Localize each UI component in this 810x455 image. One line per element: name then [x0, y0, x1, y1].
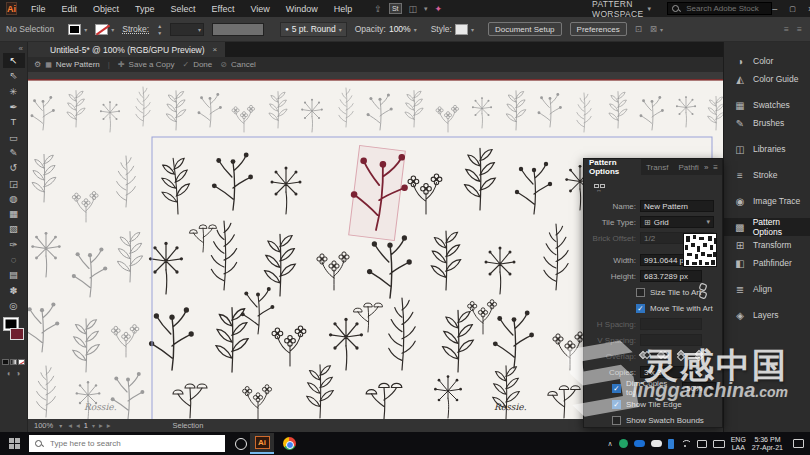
- tool-pen[interactable]: ✒: [3, 99, 25, 114]
- fill-color-swatch[interactable]: [68, 24, 81, 35]
- dim-copies-dropdown[interactable]: 50%: [682, 382, 716, 394]
- cortana-button[interactable]: [235, 438, 247, 450]
- show-tile-edge-checkbox[interactable]: [612, 400, 621, 409]
- cancel-button[interactable]: Cancel: [220, 60, 256, 69]
- chevron-down-icon[interactable]: [111, 26, 114, 33]
- tool-symbol-sprayer[interactable]: ◌: [3, 252, 25, 267]
- artboard-dropdown-icon[interactable]: [92, 422, 95, 429]
- wifi-icon[interactable]: [680, 439, 691, 448]
- show-tile-edge-label[interactable]: Show Tile Edge: [626, 400, 682, 409]
- tool-gradient[interactable]: ▧: [3, 221, 25, 236]
- stroke-panel-link[interactable]: Stroke:: [122, 24, 149, 34]
- opacity-control[interactable]: Opacity: 100%: [355, 24, 417, 34]
- document-tab[interactable]: Untitled-5* @ 100% (RGB/GPU Preview): [28, 42, 225, 57]
- menu-object[interactable]: Object: [85, 4, 127, 14]
- clock[interactable]: 5:36 PM27-Apr-21: [752, 436, 783, 452]
- tool-hand[interactable]: ✽: [3, 282, 25, 297]
- dock-item-brushes[interactable]: ✎Brushes: [724, 114, 810, 132]
- dock-item-swatches[interactable]: ▦Swatches: [724, 96, 810, 114]
- stroke-swatch[interactable]: [10, 328, 24, 340]
- done-button[interactable]: Done: [182, 60, 212, 69]
- menu-select[interactable]: Select: [163, 4, 204, 14]
- tab-pattern-options[interactable]: Pattern Options: [584, 159, 641, 175]
- tab-pathfinder[interactable]: Pathfi: [673, 159, 703, 175]
- document-setup-button[interactable]: Document Setup: [488, 22, 562, 36]
- your-phone-icon[interactable]: [668, 439, 674, 449]
- save-copy-button[interactable]: Save a Copy: [118, 60, 175, 69]
- dock-item-pathfinder[interactable]: ◧Pathfinder: [724, 254, 810, 272]
- language-indicator[interactable]: ENGLAA: [731, 436, 746, 452]
- style-control[interactable]: Style:: [431, 24, 474, 35]
- overlap-right-front-button[interactable]: [658, 351, 670, 361]
- menu-edit[interactable]: Edit: [54, 4, 86, 14]
- tool-mesh[interactable]: ▦: [3, 206, 25, 221]
- copies-dropdown[interactable]: 3 x 3: [640, 366, 702, 378]
- stroke-width-stepper[interactable]: ▲▼: [157, 24, 162, 35]
- action-center-icon[interactable]: [793, 439, 804, 448]
- none-mode-button[interactable]: [18, 359, 25, 365]
- share-icon[interactable]: [374, 4, 382, 14]
- adobe-stock-search-input[interactable]: [684, 3, 772, 14]
- close-tab-icon[interactable]: [213, 45, 218, 54]
- stroke-width-dropdown[interactable]: [170, 23, 204, 36]
- chevron-down-icon[interactable]: [424, 5, 428, 13]
- tool-selection[interactable]: ↖: [3, 53, 25, 68]
- dim-copies-checkbox[interactable]: [612, 384, 621, 393]
- snap-options-icon[interactable]: [650, 24, 657, 34]
- dock-item-pattern-options[interactable]: ▩Pattern Options: [724, 218, 810, 236]
- touchpad-icon[interactable]: [697, 440, 707, 448]
- menu-help[interactable]: Help: [326, 4, 361, 14]
- panel-options-icon[interactable]: [784, 24, 789, 34]
- dock-item-color[interactable]: ◑Color: [724, 52, 810, 70]
- dock-item-color-guide[interactable]: ◭Color Guide: [724, 70, 810, 88]
- previous-artboard-icon[interactable]: [76, 421, 80, 430]
- constrain-proportions-icon[interactable]: [698, 283, 708, 299]
- screen-mode-button[interactable]: ◑: [16, 369, 21, 378]
- arrange-documents-icon[interactable]: [409, 4, 418, 14]
- tool-rectangle[interactable]: ▭: [3, 129, 25, 144]
- taskbar-search-input[interactable]: [48, 438, 208, 449]
- tool-eyedropper[interactable]: ✑: [3, 237, 25, 252]
- list-options-icon[interactable]: [797, 24, 802, 34]
- zoom-level[interactable]: 100%: [34, 421, 53, 430]
- height-input[interactable]: 683.7289 px: [640, 270, 702, 282]
- touch-keyboard-icon[interactable]: [713, 440, 725, 448]
- overlap-left-front-button[interactable]: [640, 351, 652, 361]
- menu-effect[interactable]: Effect: [204, 4, 243, 14]
- tool-type[interactable]: T: [3, 114, 25, 129]
- tray-app-green-icon[interactable]: [619, 439, 628, 448]
- draw-mode-button[interactable]: ◐: [7, 369, 12, 378]
- dock-item-libraries[interactable]: ◫Libraries: [724, 140, 810, 158]
- taskbar-illustrator-icon[interactable]: Ai: [250, 433, 274, 454]
- size-tile-label[interactable]: Size Tile to Art: [650, 288, 701, 297]
- workspace-switcher[interactable]: PATTERN WORSPACE: [592, 0, 651, 19]
- adobe-stock-search[interactable]: [667, 2, 772, 15]
- taskbar-chrome-icon[interactable]: [277, 433, 301, 454]
- dock-item-stroke[interactable]: ≡Stroke: [724, 166, 810, 184]
- minimize-button[interactable]: [772, 4, 777, 14]
- show-swatch-bounds-checkbox[interactable]: [612, 416, 621, 425]
- tool-paintbrush[interactable]: ✎: [3, 145, 25, 160]
- dock-item-layers[interactable]: ◈Layers: [724, 306, 810, 324]
- brush-definition-dropdown[interactable]: ●5 pt. Round: [280, 22, 347, 37]
- dock-item-align[interactable]: ≣Align: [724, 280, 810, 298]
- dock-item-image-trace[interactable]: ◉Image Trace: [724, 192, 810, 210]
- panel-menu-icon[interactable]: [713, 163, 718, 172]
- size-tile-checkbox[interactable]: [636, 288, 645, 297]
- chevron-down-icon[interactable]: [84, 26, 87, 33]
- stroke-color-swatch[interactable]: [95, 24, 108, 35]
- align-pixel-grid-icon[interactable]: [635, 24, 642, 34]
- move-tile-checkbox[interactable]: [636, 304, 645, 313]
- menu-file[interactable]: File: [23, 4, 54, 14]
- collapse-panel-icon[interactable]: [704, 163, 708, 172]
- move-tile-label[interactable]: Move Tile with Art: [650, 304, 713, 313]
- start-button[interactable]: [9, 438, 20, 449]
- name-input[interactable]: New Pattern: [640, 200, 714, 212]
- taskbar-search[interactable]: [29, 435, 225, 452]
- last-artboard-icon[interactable]: [107, 421, 111, 430]
- adobe-stock-badge[interactable]: St: [389, 3, 402, 14]
- pattern-settings-icon[interactable]: [34, 60, 41, 69]
- tool-graph[interactable]: ▤: [3, 267, 25, 282]
- cloud-icon[interactable]: [651, 440, 662, 447]
- variable-width-profile[interactable]: [212, 23, 264, 36]
